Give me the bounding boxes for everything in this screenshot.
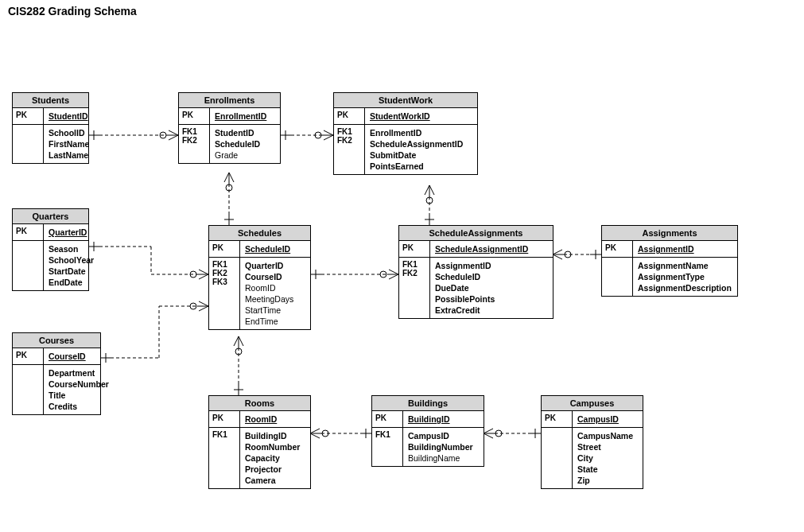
pk-label: PK [372, 411, 403, 427]
entity-header: Buildings [372, 396, 484, 411]
entity-header: Courses [13, 333, 100, 348]
entity-header: StudentWork [334, 93, 477, 108]
pk-field: CampusID [573, 411, 643, 427]
fk-label: FK1 [372, 428, 403, 466]
attrs: CampusID BuildingNumberBuildingName [403, 428, 484, 466]
entity-header: Quarters [13, 209, 88, 224]
svg-point-27 [380, 271, 386, 278]
pk-label: PK [334, 108, 365, 124]
entity-header: Students [13, 93, 88, 108]
entity-header: Enrollments [179, 93, 280, 108]
pk-field: QuarterID [44, 224, 91, 240]
entity-header: Assignments [602, 226, 737, 241]
fk-label: FK1 [209, 428, 240, 488]
pk-field: CourseID [44, 348, 100, 364]
pk-label: PK [209, 411, 240, 427]
pk-label: PK [13, 348, 44, 364]
key-col [13, 365, 44, 414]
pk-field: AssignmentID [633, 241, 737, 257]
svg-point-45 [495, 430, 502, 437]
entity-studentwork: StudentWork PK StudentWorkID FK1 FK2 Enr… [333, 92, 478, 175]
pk-field: BuildingID [403, 411, 484, 427]
pk-field: ScheduleID [240, 241, 310, 257]
entity-buildings: Buildings PK BuildingID FK1 CampusID Bui… [371, 395, 484, 467]
attrs: StudentID ScheduleIDGrade [210, 125, 280, 163]
entity-students: Students PK StudentID SchoolID FirstName… [12, 92, 89, 164]
svg-point-7 [315, 132, 321, 138]
pk-field: RoomID [240, 411, 310, 427]
pk-label: PK [209, 241, 240, 257]
key-col [13, 125, 44, 163]
attrs: EnrollmentID ScheduleAssignmentID Submit… [365, 125, 477, 174]
svg-point-3 [160, 132, 166, 138]
pk-label: PK [13, 224, 44, 240]
attrs: CampusName Street City State Zip [573, 428, 643, 488]
key-col [542, 428, 573, 488]
pk-field: ScheduleAssignmentID [430, 241, 553, 257]
fk-label: FK1 FK2 [179, 125, 210, 163]
entity-enrollments: Enrollments PK EnrollmentID FK1 FK2 Stud… [178, 92, 281, 164]
attrs: AssignmentName AssignmentType Assignment… [633, 258, 737, 296]
attrs: QuarterID CourseIDRoomID MeetingDays Sta… [240, 258, 310, 329]
pk-field: StudentWorkID [365, 108, 477, 124]
svg-point-33 [426, 197, 433, 204]
page-title: CIS282 Grading Schema [8, 5, 137, 17]
entity-quarters: Quarters PK QuarterID Season SchoolYear … [12, 208, 89, 291]
svg-point-37 [235, 348, 242, 355]
attrs: Department CourseNumber Title Credits [44, 365, 114, 414]
svg-point-29 [565, 251, 571, 258]
svg-point-23 [190, 303, 196, 309]
pk-field: EnrollmentID [210, 108, 280, 124]
entity-rooms: Rooms PK RoomID FK1 BuildingID RoomNumbe… [208, 395, 311, 489]
pk-label: PK [399, 241, 430, 257]
key-col [13, 241, 44, 290]
svg-point-17 [190, 271, 196, 278]
pk-label: PK [542, 411, 573, 427]
key-col [602, 258, 633, 296]
pk-field: StudentID [44, 108, 93, 124]
pk-label: PK [602, 241, 633, 257]
entity-assignments: Assignments PK AssignmentID AssignmentNa… [601, 225, 738, 297]
entity-courses: Courses PK CourseID Department CourseNum… [12, 332, 101, 415]
attrs: BuildingID RoomNumber Capacity Projector… [240, 428, 310, 488]
fk-label: FK1 FK2 [399, 258, 430, 318]
pk-label: PK [13, 108, 44, 124]
svg-point-41 [322, 430, 328, 437]
entity-header: Campuses [542, 396, 643, 411]
entity-scheduleassignments: ScheduleAssignments PK ScheduleAssignmen… [398, 225, 553, 319]
entity-header: Rooms [209, 396, 310, 411]
svg-point-9 [226, 184, 232, 191]
attrs: AssignmentID ScheduleID DueDate Possible… [430, 258, 553, 318]
entity-campuses: Campuses PK CampusID CampusName Street C… [541, 395, 643, 489]
fk-label: FK1 FK2 FK3 [209, 258, 240, 329]
attrs: SchoolID FirstName LastName [44, 125, 94, 163]
pk-label: PK [179, 108, 210, 124]
entity-header: ScheduleAssignments [399, 226, 553, 241]
entity-schedules: Schedules PK ScheduleID FK1 FK2 FK3 Quar… [208, 225, 311, 330]
fk-label: FK1 FK2 [334, 125, 365, 174]
entity-header: Schedules [209, 226, 310, 241]
attrs: Season SchoolYear StartDate EndDate [44, 241, 99, 290]
